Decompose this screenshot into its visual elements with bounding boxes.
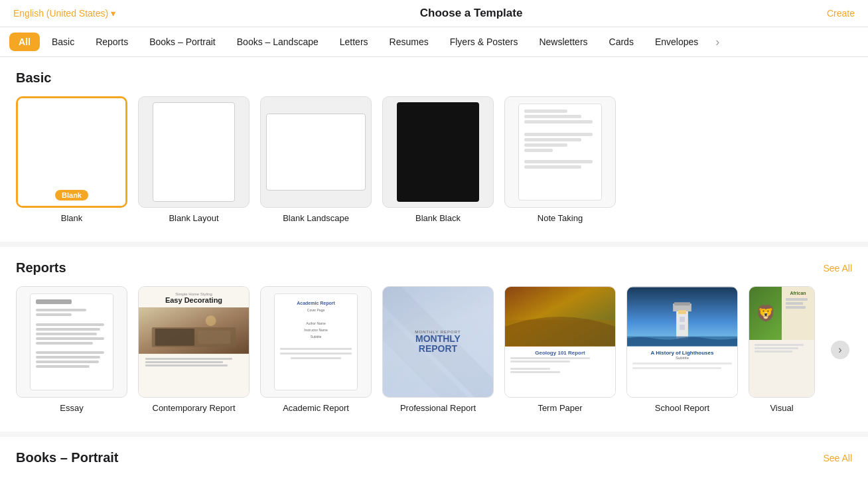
contemp-image-svg [139,307,249,354]
visual-preview: 🦁 African [749,287,814,397]
school-title-area: A History of Lighthouses Subtitle [627,347,737,361]
tab-resumes[interactable]: Resumes [380,30,438,54]
template-label-note-taking: Note Taking [504,213,616,223]
note-line [524,120,593,123]
reports-see-all[interactable]: See All [823,263,852,274]
note-line [524,143,567,147]
template-blank-black[interactable]: Blank Black [382,96,494,223]
tab-letters[interactable]: Letters [330,30,378,54]
template-note-taking[interactable]: Note Taking [504,96,616,223]
template-blank[interactable]: Blank Blank [16,96,127,223]
books-portrait-see-all[interactable]: See All [823,453,852,463]
tab-books-landscape[interactable]: Books – Landscape [228,30,328,54]
basic-section: Basic Blank Blank Blank Layout [0,57,868,242]
chevron-down-icon: ▾ [111,8,115,19]
template-label-academic: Academic Report [260,403,372,413]
svg-rect-17 [680,325,685,330]
template-blank-layout[interactable]: Blank Layout [138,96,250,223]
template-label-blank: Blank [16,213,127,223]
contemporary-preview: Simple Home Styling Easy Decorating [139,287,249,397]
template-thumb-blank-black [382,96,494,208]
books-portrait-section: Books – Portrait See All [0,437,868,482]
blank-black-preview [397,102,480,201]
note-line [524,138,582,141]
note-line [524,149,553,152]
scroll-right-icon[interactable]: › [831,341,849,359]
reports-scroll-right[interactable]: › [826,286,852,413]
basic-section-header: Basic [16,70,852,86]
template-essay[interactable]: Essay [16,286,127,413]
acad-subtitle: Cover Page [307,308,325,312]
svg-rect-16 [680,317,685,322]
note-line [524,165,582,169]
essay-line [36,313,72,316]
visual-top: 🦁 African [749,287,814,340]
term-image-svg [505,287,615,347]
visual-left: 🦁 [749,287,782,340]
template-term-paper[interactable]: Geology 101 Report Term Paper [504,286,616,413]
acad-subtitle2: Subtitle [311,335,322,339]
tab-newsletters[interactable]: Newsletters [530,30,597,54]
professional-text: MONTHLY REPORT MONTHLYREPORT [415,330,461,355]
template-school[interactable]: A History of Lighthouses Subtitle School… [626,286,738,413]
nav-scroll-right-icon[interactable]: › [711,31,723,53]
tab-reports[interactable]: Reports [86,30,137,54]
visual-image-icon: 🦁 [756,304,776,323]
books-portrait-title: Books – Portrait [16,450,118,465]
prof-large-title: MONTHLYREPORT [415,334,461,355]
template-label-school: School Report [626,403,738,413]
page-title: Choose a Template [420,7,523,20]
template-label-contemporary: Contemporary Report [138,403,250,413]
acad-author: Author Name [306,321,325,325]
template-contemporary[interactable]: Simple Home Styling Easy Decorating [138,286,250,413]
create-button[interactable]: Create [827,8,855,19]
template-academic[interactable]: Academic Report Cover Page Author Name I… [260,286,372,413]
essay-line [36,342,94,345]
template-thumb-school: A History of Lighthouses Subtitle [626,286,738,398]
tab-envelopes[interactable]: Envelopes [646,30,707,54]
essay-line [36,333,97,335]
school-image-svg [627,287,737,347]
template-blank-landscape[interactable]: Blank Landscape [260,96,372,223]
school-title: A History of Lighthouses [632,350,732,356]
essay-line [36,361,99,363]
essay-line [36,351,104,354]
main-content: Basic Blank Blank Blank Layout [0,57,868,482]
tab-all[interactable]: All [9,33,40,51]
template-label-term-paper: Term Paper [504,403,616,413]
essay-line [36,328,100,331]
svg-rect-3 [155,329,194,346]
tab-basic[interactable]: Basic [42,30,84,54]
template-thumb-essay [16,286,127,398]
note-line [524,133,593,136]
template-thumb-blank-layout [138,96,250,208]
template-thumb-blank: Blank [16,96,127,208]
essay-line [36,356,100,359]
essay-line [36,365,90,368]
language-label: English (United States) [13,8,108,19]
school-image [627,287,737,347]
template-label-visual: Visual [749,403,815,413]
template-thumb-professional: MONTHLY REPORT MONTHLYREPORT [382,286,494,398]
academic-preview: Academic Report Cover Page Author Name I… [274,293,358,390]
term-image [505,287,615,347]
template-visual[interactable]: 🦁 African [749,286,815,413]
template-thumb-term-paper: Geology 101 Report [504,286,616,398]
template-thumb-blank-landscape [260,96,372,208]
reports-section: Reports See All [0,247,868,432]
note-line [524,115,582,118]
template-label-professional: Professional Report [382,403,494,413]
svg-rect-4 [198,331,230,344]
language-selector[interactable]: English (United States) ▾ [13,8,115,19]
tab-books-portrait[interactable]: Books – Portrait [140,30,225,54]
svg-rect-14 [674,302,690,305]
reports-section-header: Reports See All [16,260,852,276]
acad-line [280,348,352,350]
template-professional[interactable]: MONTHLY REPORT MONTHLYREPORT Professiona… [382,286,494,413]
professional-preview: MONTHLY REPORT MONTHLYREPORT [383,287,493,397]
template-thumb-contemporary: Simple Home Styling Easy Decorating [138,286,250,398]
tab-cards[interactable]: Cards [600,30,643,54]
school-subtitle: Subtitle [632,356,732,360]
reports-section-title: Reports [16,260,66,276]
tab-flyers[interactable]: Flyers & Posters [441,30,528,54]
